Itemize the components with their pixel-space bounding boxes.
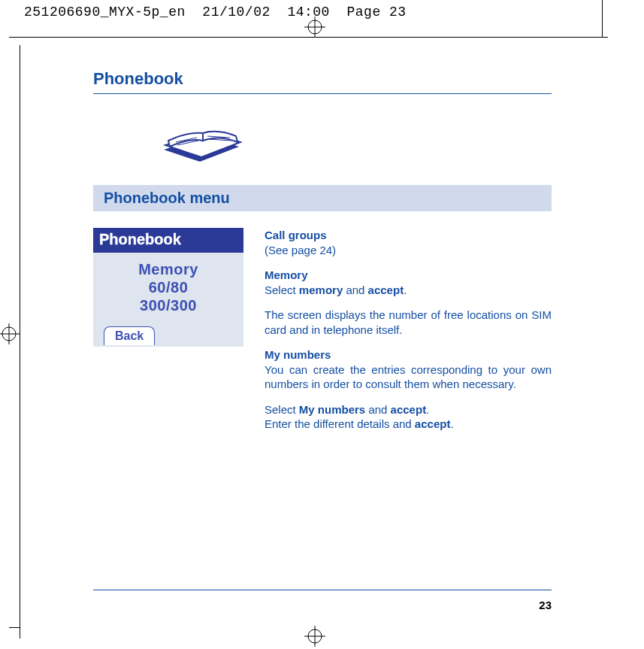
call-groups-heading: Call groups (265, 228, 552, 243)
imprint-filecode: 251206690_MYX-5p_en (24, 5, 186, 20)
imprint-page: Page 23 (347, 5, 407, 20)
registration-mark-icon (0, 323, 20, 344)
phone-screen-line: 60/80 (93, 278, 243, 296)
phone-screen-mock: Phonebook Memory 60/80 300/300 Back (93, 228, 243, 347)
title-rule (93, 93, 552, 94)
registration-mark-icon (304, 626, 325, 647)
open-book-icon (158, 115, 552, 171)
imprint-time: 14:00 (287, 5, 330, 20)
memory-desc: The screen displays the number of free l… (265, 308, 552, 337)
my-numbers-desc: You can create the entries corresponding… (265, 362, 552, 392)
body-text: Call groups (See page 24) Memory Select … (265, 228, 552, 432)
phone-softkey-back: Back (104, 326, 155, 345)
svg-point-0 (308, 20, 322, 34)
section-heading: Phonebook menu (93, 185, 552, 211)
page-title: Phonebook (93, 69, 552, 89)
registration-mark-icon (304, 17, 325, 38)
phone-screen-title: Phonebook (93, 228, 243, 253)
memory-heading: Memory (265, 268, 552, 283)
prepress-imprint: 251206690_MYX-5p_en 21/10/02 14:00 Page … (24, 5, 407, 20)
footer-rule (93, 590, 552, 590)
call-groups-ref: (See page 24) (265, 244, 336, 256)
svg-point-3 (2, 327, 16, 341)
my-numbers-heading: My numbers (265, 347, 552, 362)
imprint-date: 21/10/02 (202, 5, 270, 20)
phone-screen-line: Memory (93, 260, 243, 278)
svg-point-6 (308, 629, 322, 643)
phone-screen-line: 300/300 (93, 296, 243, 314)
page-number: 23 (93, 599, 552, 611)
